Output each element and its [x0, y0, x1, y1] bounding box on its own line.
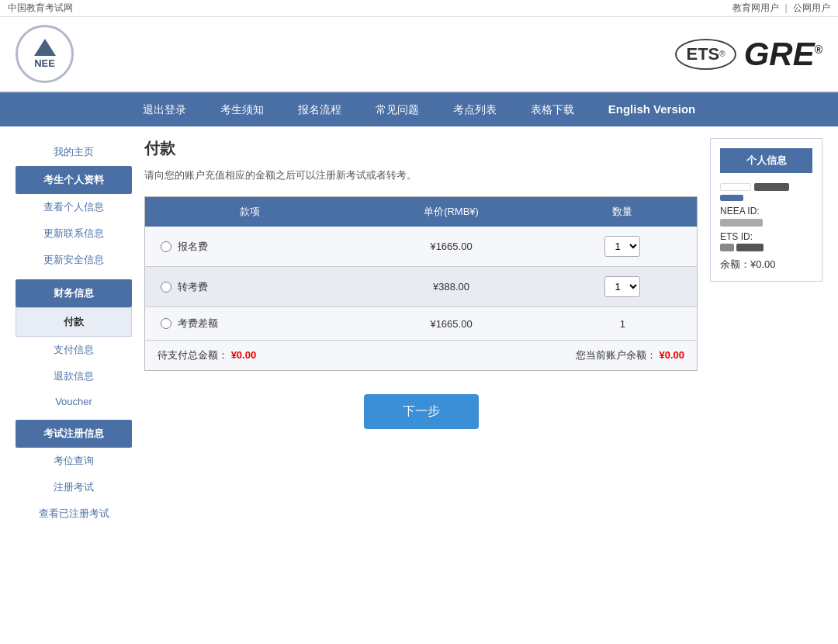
sidebar-section-finance: 财务信息 — [16, 279, 132, 307]
table-row: 考费差额 ¥1665.00 1 — [145, 307, 698, 341]
sidebar: 我的主页 考生个人资料 查看个人信息 更新联系信息 更新安全信息 财务信息 付款… — [16, 138, 132, 527]
ets-reg: ® — [719, 50, 725, 58]
table-row: 报名费 ¥1665.00 1 2 3 — [145, 227, 698, 267]
next-btn-wrap: 下一步 — [144, 394, 698, 429]
content-area: 付款 请向您的账户充值相应的金额之后可以注册新考试或者转考。 款项 单价(RMB… — [144, 138, 698, 527]
sidebar-section-exam: 考试注册信息 — [16, 420, 132, 448]
item-name-2: 转考费 — [145, 267, 355, 307]
item-price-3: ¥1665.00 — [354, 307, 549, 341]
item-qty-3: 1 — [549, 307, 698, 341]
edu-user-link[interactable]: 教育网用户 — [732, 2, 779, 13]
footer-balance-amount: ¥0.00 — [659, 349, 684, 361]
sidebar-update-contact[interactable]: 更新联系信息 — [16, 220, 132, 247]
footer-total-label: 待支付总金额： — [158, 349, 228, 361]
ets-logo: ETS® — [675, 39, 736, 70]
page-title: 付款 — [144, 138, 698, 159]
radio-input-1[interactable] — [161, 241, 171, 252]
nav-process[interactable]: 报名流程 — [281, 92, 358, 126]
sidebar-payment-info[interactable]: 支付信息 — [16, 337, 132, 363]
nav-forms[interactable]: 表格下载 — [514, 92, 591, 126]
name-bar-row — [720, 181, 812, 193]
item-qty-1: 1 2 3 — [549, 227, 698, 267]
footer-right: 您当前账户余额： ¥0.00 — [576, 348, 684, 362]
ets-gre-logo: ETS® GRE® — [675, 38, 822, 71]
sidebar-home[interactable]: 我的主页 — [16, 138, 132, 166]
sidebar-payment[interactable]: 付款 — [16, 307, 132, 337]
nav-faq[interactable]: 常见问题 — [358, 92, 436, 126]
gre-reg: ® — [815, 43, 822, 56]
col-item: 款项 — [145, 197, 355, 227]
sidebar-view-info[interactable]: 查看个人信息 — [16, 194, 132, 220]
name-bar-dark — [754, 183, 789, 191]
balance-display: 余额：¥0.00 — [720, 258, 812, 272]
ets-id-bar2 — [736, 244, 764, 251]
sidebar-register-exam[interactable]: 注册考试 — [16, 474, 132, 500]
neea-logo: NEE — [16, 25, 74, 83]
nav-locations[interactable]: 考点列表 — [436, 92, 514, 126]
sidebar-section-personal: 考生个人资料 — [16, 166, 132, 194]
neea-id-label: NEEA ID: — [720, 206, 812, 216]
photo-bar — [720, 195, 743, 201]
next-button[interactable]: 下一步 — [364, 394, 479, 429]
info-panel-box: 个人信息 NEEA ID: ETS ID: 余额：¥0.00 — [710, 138, 822, 282]
site-name: 中国教育考试网 — [8, 2, 73, 15]
radio-input-3[interactable] — [161, 318, 171, 329]
col-price: 单价(RMB¥) — [354, 197, 549, 227]
sidebar-voucher[interactable]: Voucher — [16, 390, 132, 414]
nav-notice[interactable]: 考生须知 — [203, 92, 281, 126]
footer-total-amount: ¥0.00 — [231, 349, 257, 361]
footer-left: 待支付总金额： ¥0.00 — [158, 348, 256, 362]
separator: | — [785, 2, 788, 13]
ets-id-bar1 — [720, 244, 734, 251]
payment-footer: 待支付总金额： ¥0.00 您当前账户余额： ¥0.00 — [144, 341, 698, 371]
item-text-3: 考费差额 — [178, 317, 218, 331]
item-price-1: ¥1665.00 — [354, 227, 549, 267]
ets-id-value-row — [720, 244, 812, 251]
item-name-1: 报名费 — [145, 227, 355, 267]
top-bar: 中国教育考试网 教育网用户 | 公网用户 — [0, 0, 838, 17]
item-price-2: ¥388.00 — [354, 267, 549, 307]
radio-label-2[interactable]: 转考费 — [161, 280, 341, 294]
footer-balance-label: 您当前账户余额： — [576, 349, 656, 361]
info-panel-title: 个人信息 — [720, 148, 812, 173]
public-user-link[interactable]: 公网用户 — [793, 2, 830, 13]
radio-input-2[interactable] — [161, 282, 171, 293]
logo-triangle — [34, 39, 56, 56]
header: NEE ETS® GRE® — [0, 17, 838, 92]
col-qty: 数量 — [549, 197, 698, 227]
sidebar-refund[interactable]: 退款信息 — [16, 363, 132, 390]
name-bar-white — [720, 183, 751, 191]
table-header-row: 款项 单价(RMB¥) 数量 — [145, 197, 698, 227]
info-panel: 个人信息 NEEA ID: ETS ID: 余额：¥0.00 — [710, 138, 822, 527]
item-qty-2: 1 2 3 — [549, 267, 698, 307]
qty-select-1[interactable]: 1 2 3 — [604, 236, 640, 257]
payment-table: 款项 单价(RMB¥) 数量 报名费 ¥1665.00 — [144, 196, 698, 341]
top-bar-right: 教育网用户 | 公网用户 — [729, 2, 830, 15]
main-container: 我的主页 考生个人资料 查看个人信息 更新联系信息 更新安全信息 财务信息 付款… — [0, 126, 838, 538]
photo-placeholder — [720, 195, 812, 201]
gre-logo: GRE® — [744, 38, 822, 71]
sidebar-view-registered[interactable]: 查看已注册考试 — [16, 500, 132, 527]
qty-select-2[interactable]: 1 2 3 — [604, 276, 640, 297]
neea-id-value — [720, 219, 763, 227]
sidebar-exam-query[interactable]: 考位查询 — [16, 448, 132, 474]
item-name-3: 考费差额 — [145, 307, 355, 341]
nav-logout[interactable]: 退出登录 — [126, 92, 203, 126]
logo-area: NEE — [16, 25, 74, 83]
nav-english[interactable]: English Version — [591, 92, 713, 126]
radio-label-3[interactable]: 考费差额 — [161, 317, 341, 331]
logo-text: NEE — [34, 57, 55, 70]
page-desc: 请向您的账户充值相应的金额之后可以注册新考试或者转考。 — [144, 168, 698, 182]
navbar: 退出登录 考生须知 报名流程 常见问题 考点列表 表格下载 English Ve… — [0, 92, 838, 126]
item-text-2: 转考费 — [178, 280, 208, 294]
table-row: 转考费 ¥388.00 1 2 3 — [145, 267, 698, 307]
radio-label-1[interactable]: 报名费 — [161, 240, 341, 254]
gre-text: GRE — [744, 36, 815, 72]
item-text-1: 报名费 — [178, 240, 208, 254]
sidebar-update-security[interactable]: 更新安全信息 — [16, 247, 132, 273]
ets-id-label: ETS ID: — [720, 231, 812, 242]
ets-text: ETS — [686, 44, 719, 64]
